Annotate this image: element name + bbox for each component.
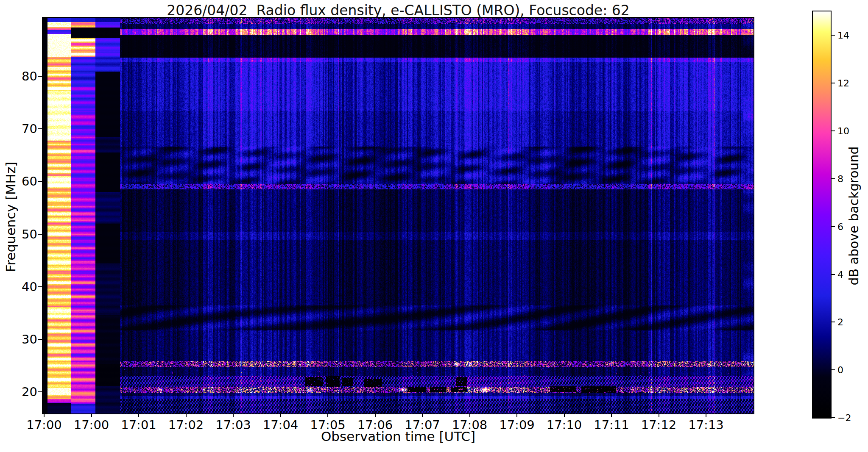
spectrogram-image xyxy=(43,18,754,413)
x-tick-mark xyxy=(44,413,45,417)
y-tick-label: 50 xyxy=(8,227,37,241)
x-tick-mark xyxy=(327,413,328,417)
colorbar-tick-mark xyxy=(832,417,835,418)
y-tick-mark xyxy=(38,181,42,182)
y-tick-label: 20 xyxy=(8,385,37,399)
y-tick-mark xyxy=(38,391,42,392)
x-tick-mark xyxy=(138,413,139,417)
y-tick-mark xyxy=(38,234,42,235)
colorbar-label: dB above background xyxy=(846,131,861,301)
x-tick-mark xyxy=(611,413,612,417)
y-tick-label: 60 xyxy=(8,174,37,189)
colorbar-tick-mark xyxy=(832,369,835,370)
x-tick-mark xyxy=(706,413,706,417)
x-tick-mark xyxy=(422,413,423,417)
colorbar-tick-mark xyxy=(832,274,835,275)
y-tick-mark xyxy=(38,286,42,287)
x-axis-label: Observation time [UTC] xyxy=(43,429,754,444)
colorbar-tick-mark xyxy=(832,178,835,179)
x-tick-mark xyxy=(564,413,565,417)
colorbar-tick-label: 4 xyxy=(837,269,843,280)
chart-title: 2026/04/02 Radio flux density, e-CALLIST… xyxy=(43,2,754,19)
colorbar-tick-label: 14 xyxy=(837,30,849,41)
x-tick-mark xyxy=(375,413,376,417)
colorbar-tick-label: −2 xyxy=(837,413,851,423)
y-tick-mark xyxy=(38,76,42,77)
colorbar-tick-label: 6 xyxy=(837,221,843,232)
plot-area xyxy=(42,17,754,414)
colorbar-tick-mark xyxy=(832,83,835,83)
colorbar-tick-mark xyxy=(832,35,835,36)
colorbar-tick-mark xyxy=(832,226,835,227)
x-tick-mark xyxy=(516,413,517,417)
colorbar-tick-label: 12 xyxy=(837,78,849,89)
x-tick-mark xyxy=(91,413,92,417)
colorbar-tick-label: 8 xyxy=(837,173,843,184)
y-tick-mark xyxy=(38,128,42,129)
y-tick-label: 40 xyxy=(8,280,37,294)
y-tick-mark xyxy=(38,339,42,340)
x-tick-mark xyxy=(186,413,187,417)
x-tick-mark xyxy=(280,413,281,417)
y-tick-label: 70 xyxy=(8,122,37,136)
y-axis-label: Frequency [MHz] xyxy=(3,132,18,302)
y-tick-label: 80 xyxy=(8,69,37,83)
colorbar-tick-label: 2 xyxy=(837,317,843,327)
colorbar xyxy=(812,11,832,419)
colorbar-tick-mark xyxy=(832,130,835,131)
x-tick-mark xyxy=(469,413,470,417)
x-tick-mark xyxy=(233,413,234,417)
spectrogram-figure: 2026/04/02 Radio flux density, e-CALLIST… xyxy=(0,0,868,452)
y-tick-label: 30 xyxy=(8,332,37,347)
colorbar-tick-label: 0 xyxy=(837,365,843,375)
x-tick-mark xyxy=(659,413,659,417)
colorbar-tick-mark xyxy=(832,322,835,322)
